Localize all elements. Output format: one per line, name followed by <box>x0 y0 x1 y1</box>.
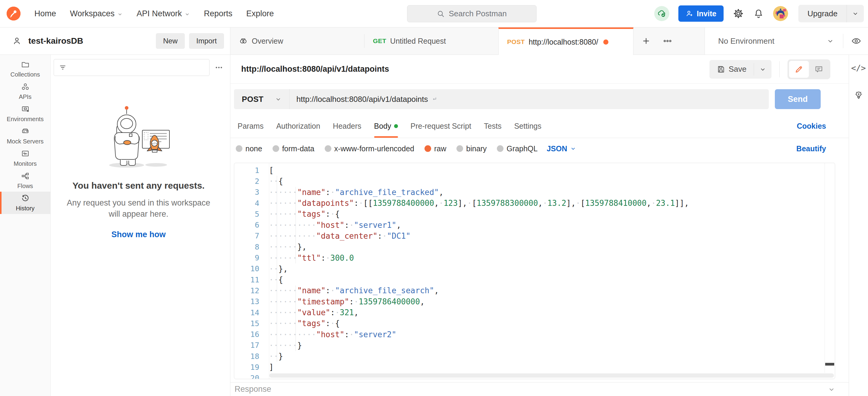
code-token: , <box>420 297 425 306</box>
line-number: 16 <box>234 330 265 339</box>
sidebar-item-apis[interactable]: APIs <box>0 80 50 102</box>
chevron-down-icon <box>852 10 859 17</box>
code-token: , <box>434 199 439 208</box>
comments-button[interactable] <box>809 61 829 78</box>
show-me-how-link[interactable]: Show me how <box>54 230 223 239</box>
code-token: 1359788300000 <box>477 199 538 208</box>
code-snippet-icon[interactable]: </> <box>851 63 866 73</box>
horizontal-scrollbar[interactable] <box>269 373 834 377</box>
code-line: 3······"name":·"archive_file_tracked", <box>234 187 835 198</box>
sidebar-item-mock-servers[interactable]: Mock Servers <box>0 125 50 147</box>
url-input[interactable]: http://localhost:8080/api/v1/datapoints <box>290 95 438 104</box>
sidebar-item-monitors[interactable]: Monitors <box>0 147 50 169</box>
postman-logo-icon[interactable] <box>7 7 21 21</box>
edit-mode-button[interactable] <box>789 61 809 78</box>
tab-authorization[interactable]: Authorization <box>276 114 320 138</box>
save-button[interactable]: Save <box>709 60 754 79</box>
lightbulb-icon[interactable] <box>854 90 864 100</box>
new-button[interactable]: New <box>156 33 185 49</box>
notifications-bell-icon[interactable] <box>753 8 764 19</box>
cookies-link[interactable]: Cookies <box>797 122 826 131</box>
code-token: ]], <box>675 199 689 208</box>
code-token: : <box>349 297 354 306</box>
line-number: 7 <box>234 231 265 240</box>
tab-untitled-request[interactable]: GET Untitled Request <box>365 27 498 55</box>
body-type-radio-binary[interactable]: binary <box>457 144 487 153</box>
body-type-radio-x-www-form-urlencoded[interactable]: x-www-form-urlencoded <box>325 144 414 153</box>
response-section-header[interactable]: Response <box>230 382 849 396</box>
line-number: 20 <box>234 374 265 379</box>
send-button[interactable]: Send <box>775 89 821 109</box>
save-label: Save <box>729 65 746 74</box>
radio-label: binary <box>466 144 487 153</box>
code-token: ······ <box>269 308 297 317</box>
import-button[interactable]: Import <box>189 33 224 49</box>
code-token: [ <box>472 199 477 208</box>
body-type-radio-none[interactable]: none <box>236 144 262 153</box>
body-code-editor[interactable]: 1[2··{3······"name":·"archive_file_track… <box>234 163 835 379</box>
code-line: 2··{ <box>234 176 835 187</box>
upgrade-caret-button[interactable] <box>847 5 864 22</box>
code-token: : <box>321 254 326 263</box>
content: CollectionsAPIsEnvironmentsMock ServersM… <box>0 55 868 396</box>
nav-item-workspaces[interactable]: Workspaces <box>70 9 123 19</box>
scrollbar-thumb[interactable] <box>825 363 834 366</box>
request-title-row: http://localhost:8080/api/v1/datapoints … <box>230 55 849 84</box>
save-options-button[interactable] <box>754 60 772 79</box>
line-number: 10 <box>234 264 265 273</box>
code-content: ······"timestamp":·1359786400000, <box>265 297 425 306</box>
code-line: 12······"name":·"archive_file_search", <box>234 285 835 296</box>
sidebar-item-flows[interactable]: Flows <box>0 169 50 192</box>
unsaved-dot <box>603 39 609 44</box>
tab-post-localhost[interactable]: POST http://localhost:8080/ <box>498 27 633 55</box>
sidebar-item-label: Mock Servers <box>7 138 43 145</box>
request-tabstrip: Overview GET Untitled Request POST http:… <box>230 27 705 55</box>
tab-headers[interactable]: Headers <box>333 114 362 138</box>
settings-gear-icon[interactable] <box>733 8 744 19</box>
body-type-radio-form-data[interactable]: form-data <box>273 144 314 153</box>
beautify-link[interactable]: Beautify <box>796 144 826 153</box>
sidebar-item-label: APIs <box>19 93 31 100</box>
search-input[interactable]: Search Postman <box>407 5 537 22</box>
sidebar-item-environments[interactable]: Environments <box>0 102 50 125</box>
sidebar-item-history[interactable]: History <box>0 192 50 214</box>
line-number: 8 <box>234 242 265 251</box>
radio-label: raw <box>434 144 446 153</box>
tab-params[interactable]: Params <box>238 114 264 138</box>
nav-item-reports[interactable]: Reports <box>204 9 232 19</box>
chevron-down-icon[interactable] <box>828 386 835 393</box>
tab-tests[interactable]: Tests <box>484 114 501 138</box>
history-options-icon[interactable] <box>214 63 223 72</box>
code-token: · <box>326 254 331 263</box>
nav-item-explore[interactable]: Explore <box>246 9 274 19</box>
workspace-name[interactable]: test-kairosDB <box>28 36 83 46</box>
body-type-radio-raw[interactable]: raw <box>425 144 446 153</box>
filter-input[interactable] <box>54 59 210 76</box>
code-token: "DC1" <box>387 231 410 240</box>
avatar[interactable] <box>773 6 788 21</box>
sidebar-item-collections[interactable]: Collections <box>0 58 50 80</box>
method-select[interactable]: POST <box>234 89 289 109</box>
code-token: : <box>354 199 359 208</box>
invite-label: Invite <box>697 9 716 18</box>
radio-label: x-www-form-urlencoded <box>334 144 414 153</box>
nav-item-home[interactable]: Home <box>34 9 56 19</box>
tab-pre-request-script[interactable]: Pre-request Script <box>411 114 471 138</box>
tab-settings[interactable]: Settings <box>514 114 541 138</box>
environment-eye-icon[interactable] <box>851 36 861 46</box>
nav-item-api-network[interactable]: API Network <box>136 9 190 19</box>
raw-language-select[interactable]: JSON <box>547 144 576 153</box>
sync-status-icon[interactable] <box>654 6 669 21</box>
upgrade-label[interactable]: Upgrade <box>798 5 846 22</box>
environment-selector[interactable]: No Environment <box>705 27 868 55</box>
tab-body[interactable]: Body <box>374 114 398 138</box>
body-type-radio-graphql[interactable]: GraphQL <box>497 144 537 153</box>
invite-button[interactable]: Invite <box>678 5 723 22</box>
add-tab-icon[interactable] <box>641 36 651 46</box>
tab-options-icon[interactable] <box>662 36 673 46</box>
upgrade-button[interactable]: Upgrade <box>798 5 864 22</box>
code-token: "tags" <box>297 209 326 219</box>
tab-overview[interactable]: Overview <box>230 27 364 55</box>
code-content: ] <box>265 363 274 372</box>
tab-get-label: Untitled Request <box>390 37 446 45</box>
